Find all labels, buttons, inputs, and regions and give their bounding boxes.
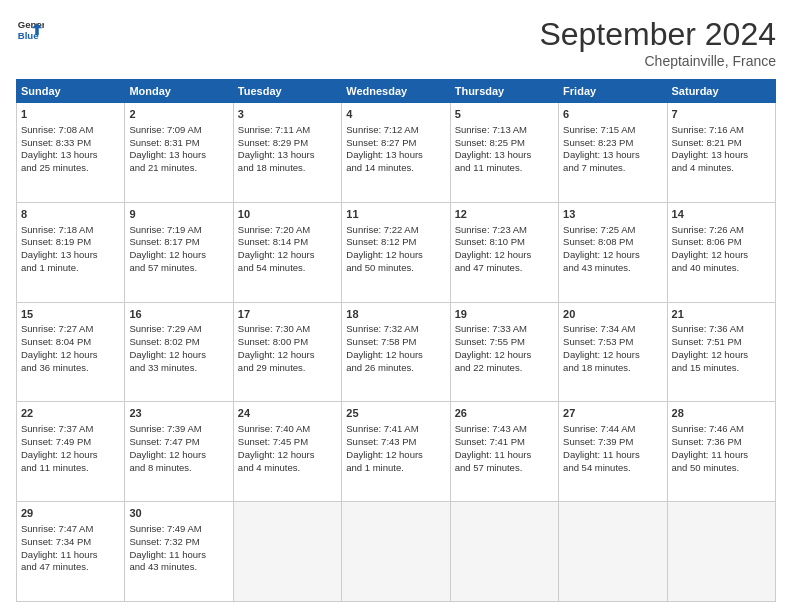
cell-text: Sunset: 7:55 PM (455, 336, 554, 349)
cell-text: Sunrise: 7:33 AM (455, 323, 554, 336)
calendar-cell: 30Sunrise: 7:49 AMSunset: 7:32 PMDayligh… (125, 502, 233, 602)
header: General Blue September 2024 Cheptainvill… (16, 16, 776, 69)
logo: General Blue (16, 16, 44, 44)
cell-text: and 43 minutes. (563, 262, 662, 275)
col-header-friday: Friday (559, 80, 667, 103)
calendar-cell: 4Sunrise: 7:12 AMSunset: 8:27 PMDaylight… (342, 103, 450, 203)
day-number: 18 (346, 307, 445, 322)
header-row: SundayMondayTuesdayWednesdayThursdayFrid… (17, 80, 776, 103)
calendar-cell: 6Sunrise: 7:15 AMSunset: 8:23 PMDaylight… (559, 103, 667, 203)
cell-text: and 18 minutes. (238, 162, 337, 175)
calendar-cell: 25Sunrise: 7:41 AMSunset: 7:43 PMDayligh… (342, 402, 450, 502)
calendar-cell: 11Sunrise: 7:22 AMSunset: 8:12 PMDayligh… (342, 202, 450, 302)
calendar-cell: 20Sunrise: 7:34 AMSunset: 7:53 PMDayligh… (559, 302, 667, 402)
title-block: September 2024 Cheptainville, France (539, 16, 776, 69)
cell-text: Sunset: 7:47 PM (129, 436, 228, 449)
location: Cheptainville, France (539, 53, 776, 69)
calendar-cell (342, 502, 450, 602)
cell-text: and 22 minutes. (455, 362, 554, 375)
cell-text: Daylight: 13 hours (672, 149, 771, 162)
cell-text: Sunrise: 7:34 AM (563, 323, 662, 336)
week-row: 29Sunrise: 7:47 AMSunset: 7:34 PMDayligh… (17, 502, 776, 602)
cell-text: Sunset: 7:53 PM (563, 336, 662, 349)
cell-text: and 33 minutes. (129, 362, 228, 375)
calendar-cell: 12Sunrise: 7:23 AMSunset: 8:10 PMDayligh… (450, 202, 558, 302)
col-header-wednesday: Wednesday (342, 80, 450, 103)
day-number: 4 (346, 107, 445, 122)
calendar-cell: 13Sunrise: 7:25 AMSunset: 8:08 PMDayligh… (559, 202, 667, 302)
cell-text: Sunrise: 7:36 AM (672, 323, 771, 336)
day-number: 22 (21, 406, 120, 421)
cell-text: Daylight: 12 hours (455, 349, 554, 362)
cell-text: Daylight: 12 hours (129, 349, 228, 362)
col-header-monday: Monday (125, 80, 233, 103)
calendar-cell: 27Sunrise: 7:44 AMSunset: 7:39 PMDayligh… (559, 402, 667, 502)
col-header-sunday: Sunday (17, 80, 125, 103)
cell-text: Daylight: 12 hours (129, 449, 228, 462)
day-number: 20 (563, 307, 662, 322)
cell-text: and 40 minutes. (672, 262, 771, 275)
day-number: 8 (21, 207, 120, 222)
cell-text: Sunrise: 7:22 AM (346, 224, 445, 237)
cell-text: and 54 minutes. (563, 462, 662, 475)
calendar-cell: 5Sunrise: 7:13 AMSunset: 8:25 PMDaylight… (450, 103, 558, 203)
cell-text: Daylight: 13 hours (21, 249, 120, 262)
day-number: 10 (238, 207, 337, 222)
cell-text: Sunrise: 7:08 AM (21, 124, 120, 137)
day-number: 16 (129, 307, 228, 322)
cell-text: and 25 minutes. (21, 162, 120, 175)
cell-text: and 47 minutes. (21, 561, 120, 574)
cell-text: Sunrise: 7:43 AM (455, 423, 554, 436)
cell-text: Sunrise: 7:40 AM (238, 423, 337, 436)
calendar-cell: 3Sunrise: 7:11 AMSunset: 8:29 PMDaylight… (233, 103, 341, 203)
cell-text: and 43 minutes. (129, 561, 228, 574)
calendar-cell: 7Sunrise: 7:16 AMSunset: 8:21 PMDaylight… (667, 103, 775, 203)
cell-text: Sunrise: 7:13 AM (455, 124, 554, 137)
calendar-cell (450, 502, 558, 602)
cell-text: Daylight: 12 hours (21, 449, 120, 462)
cell-text: Sunset: 8:19 PM (21, 236, 120, 249)
calendar-cell: 9Sunrise: 7:19 AMSunset: 8:17 PMDaylight… (125, 202, 233, 302)
cell-text: Sunset: 8:10 PM (455, 236, 554, 249)
day-number: 26 (455, 406, 554, 421)
day-number: 12 (455, 207, 554, 222)
calendar-cell: 21Sunrise: 7:36 AMSunset: 7:51 PMDayligh… (667, 302, 775, 402)
day-number: 30 (129, 506, 228, 521)
cell-text: Sunrise: 7:09 AM (129, 124, 228, 137)
cell-text: Sunrise: 7:15 AM (563, 124, 662, 137)
cell-text: and 29 minutes. (238, 362, 337, 375)
cell-text: Daylight: 12 hours (672, 349, 771, 362)
cell-text: and 11 minutes. (21, 462, 120, 475)
calendar-cell: 16Sunrise: 7:29 AMSunset: 8:02 PMDayligh… (125, 302, 233, 402)
calendar-table: SundayMondayTuesdayWednesdayThursdayFrid… (16, 79, 776, 602)
cell-text: Sunset: 8:23 PM (563, 137, 662, 150)
cell-text: Sunrise: 7:27 AM (21, 323, 120, 336)
cell-text: Sunset: 7:43 PM (346, 436, 445, 449)
day-number: 11 (346, 207, 445, 222)
calendar-cell: 19Sunrise: 7:33 AMSunset: 7:55 PMDayligh… (450, 302, 558, 402)
cell-text: Sunset: 7:36 PM (672, 436, 771, 449)
cell-text: Sunrise: 7:11 AM (238, 124, 337, 137)
day-number: 15 (21, 307, 120, 322)
day-number: 3 (238, 107, 337, 122)
calendar-cell: 1Sunrise: 7:08 AMSunset: 8:33 PMDaylight… (17, 103, 125, 203)
cell-text: Sunset: 7:39 PM (563, 436, 662, 449)
calendar-cell: 8Sunrise: 7:18 AMSunset: 8:19 PMDaylight… (17, 202, 125, 302)
cell-text: Sunset: 8:17 PM (129, 236, 228, 249)
cell-text: Sunset: 8:27 PM (346, 137, 445, 150)
cell-text: Daylight: 13 hours (238, 149, 337, 162)
cell-text: Daylight: 12 hours (238, 349, 337, 362)
cell-text: Daylight: 12 hours (563, 249, 662, 262)
cell-text: Daylight: 12 hours (238, 249, 337, 262)
cell-text: and 14 minutes. (346, 162, 445, 175)
cell-text: and 18 minutes. (563, 362, 662, 375)
cell-text: and 1 minute. (21, 262, 120, 275)
cell-text: Sunset: 8:04 PM (21, 336, 120, 349)
cell-text: and 4 minutes. (672, 162, 771, 175)
calendar-cell: 15Sunrise: 7:27 AMSunset: 8:04 PMDayligh… (17, 302, 125, 402)
cell-text: Sunset: 7:45 PM (238, 436, 337, 449)
day-number: 17 (238, 307, 337, 322)
cell-text: Sunset: 8:25 PM (455, 137, 554, 150)
cell-text: Daylight: 11 hours (672, 449, 771, 462)
calendar-cell: 23Sunrise: 7:39 AMSunset: 7:47 PMDayligh… (125, 402, 233, 502)
